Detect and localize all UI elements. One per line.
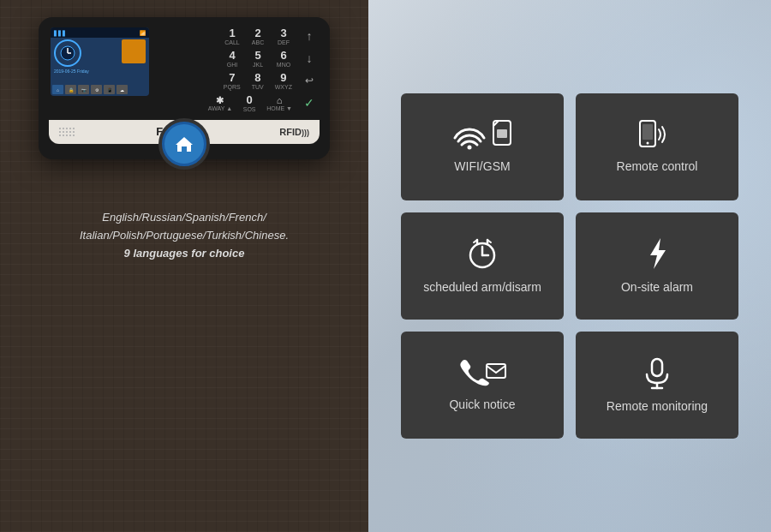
feature-card-scheduled[interactable]: scheduled arm/disarm xyxy=(401,212,564,320)
on-site-alarm-icon xyxy=(638,236,676,271)
home-button[interactable] xyxy=(162,122,206,166)
scheduled-label: scheduled arm/disarm xyxy=(423,279,541,295)
remote-monitoring-icon xyxy=(640,356,674,390)
quick-notice-label: Quick notice xyxy=(449,397,515,412)
device-wrapper: ▋▋▋ 📶 xyxy=(39,17,330,185)
keypad: 1CALL 2ABC 3DEF ↑ 4GHI 5JKL 6MNO ↓ 7 xyxy=(156,27,318,113)
feature-card-on-site-alarm[interactable]: On-site alarm xyxy=(576,212,738,320)
svg-marker-16 xyxy=(650,238,666,269)
languages-text: English/Russian/Spanish/French/ Italian/… xyxy=(63,209,306,262)
feature-card-quick-notice[interactable]: Quick notice xyxy=(401,332,564,439)
remote-monitoring-label: Remote monitoring xyxy=(607,398,708,414)
remote-control-icon xyxy=(633,119,681,150)
device-screen: ▋▋▋ 📶 xyxy=(51,27,149,96)
scheduled-icon xyxy=(465,236,499,271)
feature-card-remote-control[interactable]: Remote control xyxy=(576,93,738,200)
svg-point-8 xyxy=(647,142,649,145)
wifi-gsm-label: WIFI/GSM xyxy=(454,158,510,174)
feature-card-remote-monitoring[interactable]: Remote monitoring xyxy=(576,332,738,439)
alarm-device: ▋▋▋ 📶 xyxy=(39,17,330,159)
device-top: ▋▋▋ 📶 xyxy=(51,27,318,113)
feature-card-wifi-gsm[interactable]: WIFI/GSM xyxy=(401,93,564,200)
left-panel: ▋▋▋ 📶 xyxy=(0,0,368,532)
svg-rect-17 xyxy=(487,364,505,378)
on-site-alarm-label: On-site alarm xyxy=(621,279,693,295)
rfid-label: RFID))) xyxy=(279,127,309,137)
quick-notice-icon xyxy=(456,357,509,388)
svg-rect-5 xyxy=(497,129,507,138)
screen-top-bar: ▋▋▋ 📶 xyxy=(51,27,149,38)
right-panel: WIFI/GSM Remote control xyxy=(368,0,771,532)
wifi-gsm-icon xyxy=(451,119,513,150)
svg-rect-18 xyxy=(652,359,662,376)
device-bottom-strip: FUERS RFID))) xyxy=(49,120,320,144)
features-grid: WIFI/GSM Remote control xyxy=(401,93,738,439)
device-container: ▋▋▋ 📶 xyxy=(39,17,330,159)
remote-control-label: Remote control xyxy=(617,158,698,174)
speaker-icon xyxy=(59,128,75,136)
svg-point-3 xyxy=(468,146,472,150)
svg-rect-7 xyxy=(642,124,653,140)
